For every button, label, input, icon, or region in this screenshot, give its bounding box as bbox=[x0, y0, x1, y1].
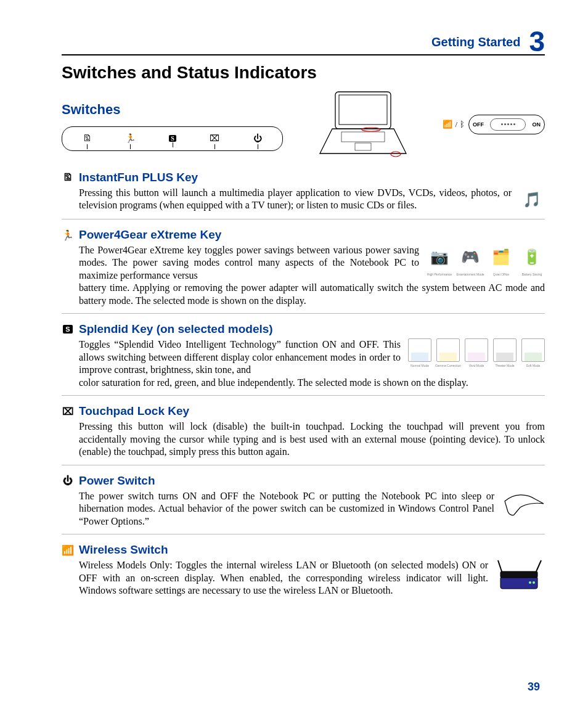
page-number: 39 bbox=[528, 681, 540, 694]
item-body: Pressing this button will launch a multi… bbox=[62, 187, 545, 213]
slider-graphic bbox=[490, 118, 526, 131]
item-icon: 🏃 bbox=[62, 229, 74, 241]
svg-point-10 bbox=[533, 581, 535, 584]
router-icon bbox=[496, 559, 545, 593]
item-body-text: The Power4Gear eXtreme key toggles power… bbox=[79, 244, 419, 282]
diagram-row: Switches 🖻 🏃 S ⌧ ⏻ 📶/ ᛒ OFF bbox=[62, 89, 545, 160]
switch-item: ⏻Power SwitchThe power switch turns ON a… bbox=[62, 474, 545, 534]
switch-strip-diagram: 🖻 🏃 S ⌧ ⏻ bbox=[62, 126, 283, 151]
switch-item: SSplendid Key (on selected models)Toggle… bbox=[62, 322, 545, 396]
item-heading: ⏻Power Switch bbox=[62, 474, 545, 488]
music-note-icon: 🎵 bbox=[519, 187, 545, 213]
header-section-name: Getting Started bbox=[431, 35, 520, 49]
switch-off-label: OFF bbox=[473, 121, 484, 128]
header-chapter-number: 3 bbox=[529, 27, 545, 55]
switch-item: 🏃Power4Gear eXtreme KeyThe Power4Gear eX… bbox=[62, 228, 545, 314]
antenna-icon: 📶 bbox=[443, 120, 452, 129]
finger-press-icon bbox=[502, 490, 545, 521]
switch-item: ⌧Touchpad Lock KeyPressing this button w… bbox=[62, 404, 545, 465]
item-title: Splendid Key (on selected models) bbox=[79, 322, 273, 336]
item-heading: 🏃Power4Gear eXtreme Key bbox=[62, 228, 545, 242]
item-body: The Power4Gear eXtreme key toggles power… bbox=[62, 244, 545, 307]
runner-icon: 🏃 bbox=[125, 133, 136, 144]
router-illustration bbox=[496, 559, 545, 593]
splendid-illustration: Normal ModeGamma CorrectionVivid ModeThe… bbox=[408, 338, 545, 362]
svg-line-9 bbox=[536, 560, 541, 571]
splendid-mode-icon: Gamma Correction bbox=[436, 338, 460, 362]
wireless-switch-diagram: 📶/ ᛒ OFF ON bbox=[443, 115, 545, 134]
item-heading: 📶Wireless Switch bbox=[62, 543, 545, 557]
item-heading: ⌧Touchpad Lock Key bbox=[62, 404, 545, 418]
item-body: Wireless Models Only: Toggles the intern… bbox=[62, 559, 545, 597]
item-icon: 🖻 bbox=[62, 172, 74, 183]
item-icon: ⏻ bbox=[62, 475, 74, 486]
page-header: Getting Started 3 bbox=[62, 25, 545, 55]
touchpad-lock-icon: ⌧ bbox=[210, 133, 219, 144]
item-title: Touchpad Lock Key bbox=[79, 404, 189, 418]
thumb-caption: Theater Mode bbox=[495, 364, 514, 367]
item-body-text: The power switch turns ON and OFF the No… bbox=[79, 490, 494, 528]
svg-rect-6 bbox=[500, 576, 537, 589]
power4gear-illustration: 📷High Performance🎮Entertainment Mode🗂️Qu… bbox=[427, 244, 545, 270]
thumb-caption: Gamma Correction bbox=[435, 364, 461, 367]
item-body-text: Wireless Models Only: Toggles the intern… bbox=[79, 559, 488, 597]
thumb-caption: Battery Saving bbox=[522, 272, 542, 276]
splendid-mode-icon: Theater Mode bbox=[493, 338, 517, 362]
item-heading: 🖻InstantFun PLUS Key bbox=[62, 171, 545, 184]
thumb-caption: Vivid Mode bbox=[469, 364, 484, 367]
item-body: Toggles “Splendid Video Intelligent Tech… bbox=[62, 338, 545, 389]
p4g-mode-icon: 📷High Performance bbox=[427, 244, 452, 270]
thumb-caption: High Performance bbox=[427, 272, 452, 276]
p4g-mode-icon: 🎮Entertainment Mode bbox=[457, 244, 483, 270]
media-illustration: 🎵 bbox=[519, 187, 545, 213]
item-body-text: Toggles “Splendid Video Intelligent Tech… bbox=[79, 338, 401, 376]
item-body-text-continued: battery time. Applying or removing the p… bbox=[79, 282, 545, 307]
svg-point-11 bbox=[529, 581, 531, 584]
subsection-title: Switches bbox=[62, 102, 283, 118]
p4g-mode-icon: 🗂️Quiet Office bbox=[488, 244, 514, 270]
power-icon: ⏻ bbox=[253, 134, 262, 144]
switch-item: 📶Wireless SwitchWireless Models Only: To… bbox=[62, 543, 545, 603]
svg-rect-7 bbox=[500, 571, 537, 578]
instantfun-icon: 🖻 bbox=[83, 134, 91, 144]
splendid-mode-icon: Vivid Mode bbox=[465, 338, 488, 362]
item-title: Power Switch bbox=[79, 474, 155, 488]
splendid-mode-icon: Soft Mode bbox=[521, 338, 545, 362]
laptop-diagram bbox=[317, 89, 409, 160]
item-icon: ⌧ bbox=[62, 406, 74, 417]
item-title: InstantFun PLUS Key bbox=[79, 171, 198, 184]
item-body-text: Pressing this button will launch a multi… bbox=[79, 187, 512, 212]
p4g-mode-icon: 🔋Battery Saving bbox=[519, 244, 545, 270]
switch-item: 🖻InstantFun PLUS KeyPressing this button… bbox=[62, 171, 545, 219]
splendid-s-icon: S bbox=[169, 135, 176, 142]
switch-on-label: ON bbox=[533, 121, 541, 128]
splendid-mode-icon: Normal Mode bbox=[408, 338, 431, 362]
thumb-caption: Normal Mode bbox=[410, 364, 429, 367]
item-title: Power4Gear eXtreme Key bbox=[79, 228, 221, 242]
thumb-caption: Soft Mode bbox=[526, 364, 541, 367]
item-heading: SSplendid Key (on selected models) bbox=[62, 322, 545, 336]
item-body-text-continued: color saturation for red, green, and blu… bbox=[79, 377, 545, 389]
hand-illustration bbox=[502, 490, 545, 521]
page-title: Switches and Status Indicators bbox=[62, 63, 545, 83]
item-body: The power switch turns ON and OFF the No… bbox=[62, 490, 545, 528]
bluetooth-icon: ᛒ bbox=[460, 120, 465, 129]
item-title: Wireless Switch bbox=[79, 543, 168, 557]
svg-line-8 bbox=[498, 560, 502, 571]
thumb-caption: Entertainment Mode bbox=[456, 272, 484, 276]
svg-rect-1 bbox=[339, 95, 387, 125]
thumb-caption: Quiet Office bbox=[493, 272, 509, 276]
item-icon: S bbox=[62, 325, 74, 333]
item-body: Pressing this button will lock (disable)… bbox=[62, 420, 545, 458]
item-icon: 📶 bbox=[62, 544, 74, 556]
